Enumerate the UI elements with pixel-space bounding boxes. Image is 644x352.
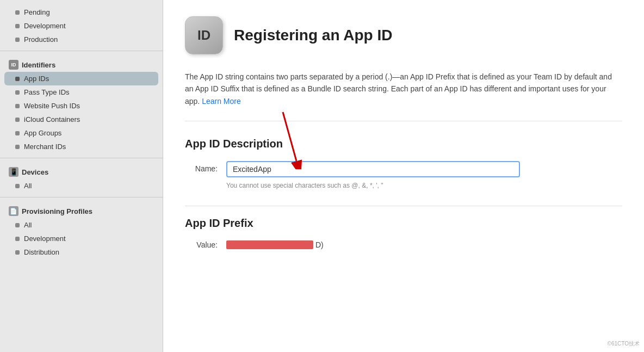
sidebar-item-app-groups[interactable]: App Groups: [0, 126, 163, 140]
sidebar-item-website-push-ids[interactable]: Website Push IDs: [0, 99, 163, 113]
redacted-bar: [226, 240, 313, 249]
sidebar-item-distribution-profiles[interactable]: Distribution: [0, 245, 163, 259]
identifiers-label: Identifiers: [22, 61, 55, 69]
bullet-icon: [15, 223, 20, 227]
sidebar-item-label: Development: [24, 22, 66, 30]
page-header: ID Registering an App ID: [185, 16, 622, 54]
bullet-icon: [15, 184, 20, 188]
sidebar-item-label: Pending: [24, 8, 50, 16]
main-content: ID Registering an App ID The App ID stri…: [163, 0, 644, 352]
sidebar-item-label: All: [24, 221, 32, 229]
identifiers-section-header: ID Identifiers: [0, 55, 163, 72]
name-input[interactable]: [226, 161, 520, 177]
app-id-prefix-section: App ID Prefix Value: D): [185, 217, 622, 249]
sidebar-item-label: Production: [24, 35, 58, 44]
divider: [0, 158, 163, 158]
bullet-icon: [15, 118, 20, 122]
sidebar-item-label: Website Push IDs: [24, 102, 80, 110]
value-form-row: Value: D): [185, 240, 622, 249]
page-title: Registering an App ID: [234, 27, 392, 44]
sidebar-item-label: App IDs: [24, 75, 49, 83]
provisioning-icon: 📄: [9, 206, 18, 216]
sidebar-item-label: iCloud Containers: [24, 115, 80, 123]
app-id-description-section: App ID Description Name: You cannot use …: [185, 138, 622, 189]
sidebar-item-label: App Groups: [24, 129, 61, 137]
sidebar-item-development-top[interactable]: Development: [0, 19, 163, 33]
learn-more-link[interactable]: Learn More: [202, 97, 241, 106]
section-divider: [185, 206, 622, 206]
bullet-icon: [15, 145, 20, 149]
description-text: The App ID string contains two parts sep…: [185, 72, 612, 106]
devices-label: Devices: [22, 168, 48, 176]
sidebar-item-label: Development: [24, 234, 66, 243]
sidebar-item-label: Distribution: [24, 248, 59, 256]
description-block: The App ID string contains two parts sep…: [185, 71, 622, 121]
app-id-icon: ID: [185, 16, 223, 54]
sidebar: Pending Development Production ID Identi…: [0, 0, 163, 352]
bullet-icon: [15, 104, 20, 108]
devices-icon: 📱: [9, 167, 18, 177]
name-form-row: Name:: [185, 161, 622, 177]
value-label: Value:: [185, 240, 218, 249]
bullet-icon: [15, 90, 20, 95]
sidebar-item-icloud-containers[interactable]: iCloud Containers: [0, 113, 163, 126]
bullet-icon: [15, 237, 20, 241]
name-label: Name:: [185, 161, 218, 173]
sidebar-item-pending[interactable]: Pending: [0, 5, 163, 19]
sidebar-item-app-ids[interactable]: App IDs: [4, 72, 158, 85]
provisioning-section-header: 📄 Provisioning Profiles: [0, 202, 163, 218]
identifiers-icon: ID: [9, 60, 18, 70]
name-hint: You cannot use special characters such a…: [226, 182, 622, 189]
sidebar-item-pass-type-ids[interactable]: Pass Type IDs: [0, 85, 163, 99]
divider: [0, 197, 163, 197]
watermark: ©61CTO技术: [608, 340, 640, 348]
sidebar-item-label: All: [24, 182, 32, 190]
divider: [0, 51, 163, 51]
provisioning-label: Provisioning Profiles: [22, 207, 92, 215]
sidebar-item-production-top[interactable]: Production: [0, 33, 163, 46]
app-id-description-heading: App ID Description: [185, 138, 622, 150]
sidebar-item-all-devices[interactable]: All: [0, 179, 163, 193]
sidebar-item-label: Pass Type IDs: [24, 88, 70, 96]
bullet-icon: [15, 131, 20, 135]
sidebar-item-merchant-ids[interactable]: Merchant IDs: [0, 140, 163, 153]
bullet-icon: [15, 24, 20, 28]
sidebar-item-label: Merchant IDs: [24, 143, 66, 151]
bullet-icon: [15, 10, 20, 15]
app-id-prefix-heading: App ID Prefix: [185, 217, 622, 230]
bullet-icon: [15, 77, 20, 81]
devices-section-header: 📱 Devices: [0, 163, 163, 179]
bullet-icon: [15, 250, 20, 255]
redacted-value-container: D): [226, 240, 324, 249]
sidebar-item-all-profiles[interactable]: All: [0, 218, 163, 232]
value-suffix: D): [315, 240, 324, 249]
sidebar-item-development-profiles[interactable]: Development: [0, 232, 163, 245]
bullet-icon: [15, 38, 20, 42]
